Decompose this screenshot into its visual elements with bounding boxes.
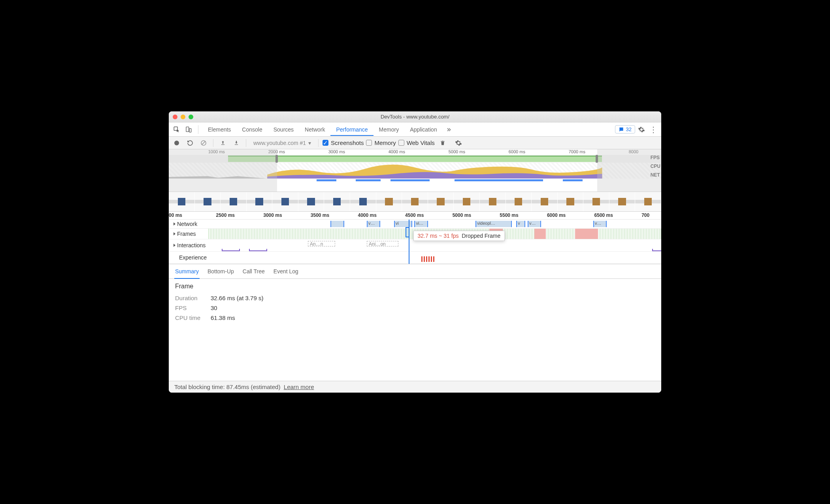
filmstrip-thumb[interactable] bbox=[169, 192, 195, 211]
network-request-bar[interactable] bbox=[330, 221, 344, 227]
filmstrip-thumb[interactable] bbox=[506, 192, 532, 211]
disclosure-triangle-icon[interactable] bbox=[174, 232, 175, 235]
clear-button[interactable] bbox=[198, 137, 209, 149]
summary-row: FPS30 bbox=[175, 303, 655, 313]
interaction-span[interactable]: An…n bbox=[308, 241, 335, 246]
checkbox-icon bbox=[398, 140, 404, 146]
dropped-frame-bar[interactable] bbox=[534, 229, 546, 239]
tab-elements[interactable]: Elements bbox=[202, 124, 236, 135]
screenshots-checkbox[interactable]: ✓ Screenshots bbox=[323, 139, 364, 146]
interactions-track[interactable]: Interactions An…nAni…on bbox=[169, 239, 661, 252]
network-request-bar[interactable]: videopl… bbox=[475, 221, 512, 227]
summary-title: Frame bbox=[175, 283, 655, 290]
filmstrip-thumb[interactable] bbox=[480, 192, 506, 211]
overview-selection-handle-left[interactable] bbox=[275, 155, 278, 163]
more-tabs-icon[interactable]: » bbox=[443, 124, 455, 135]
filmstrip-thumb[interactable] bbox=[635, 192, 661, 211]
filmstrip-thumb[interactable] bbox=[376, 192, 402, 211]
svg-point-3 bbox=[174, 141, 179, 145]
details-tab-call-tree[interactable]: Call Tree bbox=[242, 267, 266, 276]
interaction-bracket bbox=[652, 249, 661, 251]
inspect-element-icon[interactable] bbox=[171, 124, 182, 135]
minimize-window-button[interactable] bbox=[181, 115, 185, 119]
filmstrip-thumb[interactable] bbox=[324, 192, 350, 211]
summary-row: CPU time61.38 ms bbox=[175, 313, 655, 323]
blocking-time-footer: Total blocking time: 87.45ms (estimated)… bbox=[169, 381, 661, 393]
svg-rect-6 bbox=[235, 144, 238, 145]
tab-performance[interactable]: Performance bbox=[330, 124, 373, 136]
filmstrip-thumb[interactable] bbox=[272, 192, 298, 211]
flame-chart-ruler[interactable]: 00 ms2500 ms3000 ms3500 ms4000 ms4500 ms… bbox=[169, 212, 661, 220]
details-tab-bottom-up[interactable]: Bottom-Up bbox=[207, 267, 235, 276]
network-request-bar[interactable]: v… bbox=[593, 221, 607, 227]
window-titlebar: DevTools - www.youtube.com/ bbox=[169, 111, 661, 122]
details-tabbar: SummaryBottom-UpCall TreeEvent Log bbox=[169, 264, 661, 279]
download-icon[interactable] bbox=[231, 137, 242, 149]
network-request-bar[interactable]: v bbox=[516, 221, 525, 227]
overview-timeline[interactable]: 1000 ms2000 ms3000 ms4000 ms5000 ms6000 … bbox=[169, 149, 661, 192]
traffic-lights bbox=[173, 115, 193, 119]
summary-row: Duration32.66 ms (at 3.79 s) bbox=[175, 293, 655, 303]
issues-count: 32 bbox=[626, 126, 632, 132]
filmstrip-thumb[interactable] bbox=[402, 192, 428, 211]
zoom-window-button[interactable] bbox=[189, 115, 193, 119]
tab-network[interactable]: Network bbox=[299, 124, 330, 135]
upload-icon[interactable] bbox=[217, 137, 228, 149]
experience-track[interactable]: Experience bbox=[169, 252, 661, 264]
network-request-bar[interactable]: vi bbox=[394, 221, 412, 227]
recording-selector[interactable]: www.youtube.com #1 ▾ bbox=[250, 140, 314, 146]
flame-chart-tracks: Network v…vivi…videopl…vv…v… Frames Inte… bbox=[169, 220, 661, 264]
network-request-bar[interactable]: v… bbox=[528, 221, 541, 227]
frame-tooltip: 32.7 ms ~ 31 fps Dropped Frame bbox=[413, 231, 505, 241]
checkbox-icon: ✓ bbox=[323, 140, 328, 146]
filmstrip-thumb[interactable] bbox=[558, 192, 584, 211]
settings-icon[interactable] bbox=[636, 124, 647, 135]
svg-rect-5 bbox=[221, 144, 224, 145]
performance-toolbar: www.youtube.com #1 ▾ ✓ Screenshots Memor… bbox=[169, 137, 661, 149]
dropped-frame-bar[interactable] bbox=[575, 229, 598, 239]
details-tab-summary[interactable]: Summary bbox=[174, 267, 200, 279]
experience-issue-bar[interactable] bbox=[421, 256, 435, 262]
kebab-menu-icon[interactable]: ⋮ bbox=[648, 124, 659, 135]
filmstrip-thumb[interactable] bbox=[247, 192, 273, 211]
svg-rect-2 bbox=[189, 128, 191, 132]
disclosure-triangle-icon[interactable] bbox=[174, 244, 175, 247]
webvitals-checkbox[interactable]: Web Vitals bbox=[398, 139, 435, 146]
main-tabbar: ElementsConsoleSourcesNetworkPerformance… bbox=[169, 122, 661, 137]
disclosure-triangle-icon[interactable] bbox=[174, 222, 175, 226]
devtools-window: DevTools - www.youtube.com/ ElementsCons… bbox=[169, 111, 661, 393]
network-request-bar[interactable]: v… bbox=[367, 221, 380, 227]
overview-selection-handle-right[interactable] bbox=[596, 155, 598, 163]
record-button[interactable] bbox=[171, 137, 182, 149]
details-tab-event-log[interactable]: Event Log bbox=[273, 267, 299, 276]
filmstrip-thumb[interactable] bbox=[350, 192, 376, 211]
issues-badge[interactable]: 32 bbox=[615, 125, 635, 134]
network-track[interactable]: Network v…vivi…videopl…vv…v… bbox=[169, 220, 661, 229]
filmstrip-thumb[interactable] bbox=[221, 192, 247, 211]
filmstrip-thumb[interactable] bbox=[454, 192, 480, 211]
tab-memory[interactable]: Memory bbox=[374, 124, 405, 135]
filmstrip-thumb[interactable] bbox=[609, 192, 636, 211]
tab-application[interactable]: Application bbox=[404, 124, 443, 135]
network-request-bar[interactable]: vi… bbox=[414, 221, 428, 227]
svg-rect-1 bbox=[186, 127, 189, 132]
tab-sources[interactable]: Sources bbox=[268, 124, 299, 135]
close-window-button[interactable] bbox=[173, 115, 177, 119]
checkbox-icon bbox=[366, 140, 372, 146]
memory-checkbox[interactable]: Memory bbox=[366, 139, 396, 146]
filmstrip-thumb[interactable] bbox=[532, 192, 558, 211]
capture-settings-icon[interactable] bbox=[453, 137, 464, 149]
filmstrip-thumb[interactable] bbox=[195, 192, 221, 211]
filmstrip-thumb[interactable] bbox=[298, 192, 324, 211]
learn-more-link[interactable]: Learn more bbox=[284, 384, 314, 390]
reload-record-button[interactable] bbox=[185, 137, 196, 149]
filmstrip-thumb[interactable] bbox=[583, 192, 609, 211]
filmstrip-thumb[interactable] bbox=[428, 192, 454, 211]
delete-icon[interactable] bbox=[437, 137, 448, 149]
playhead[interactable] bbox=[409, 220, 409, 264]
interaction-span[interactable]: Ani…on bbox=[367, 241, 398, 246]
tab-console[interactable]: Console bbox=[236, 124, 268, 135]
device-toolbar-icon[interactable] bbox=[183, 124, 194, 135]
screenshot-filmstrip[interactable] bbox=[169, 192, 661, 212]
summary-pane: Frame Duration32.66 ms (at 3.79 s)FPS30C… bbox=[169, 279, 661, 381]
